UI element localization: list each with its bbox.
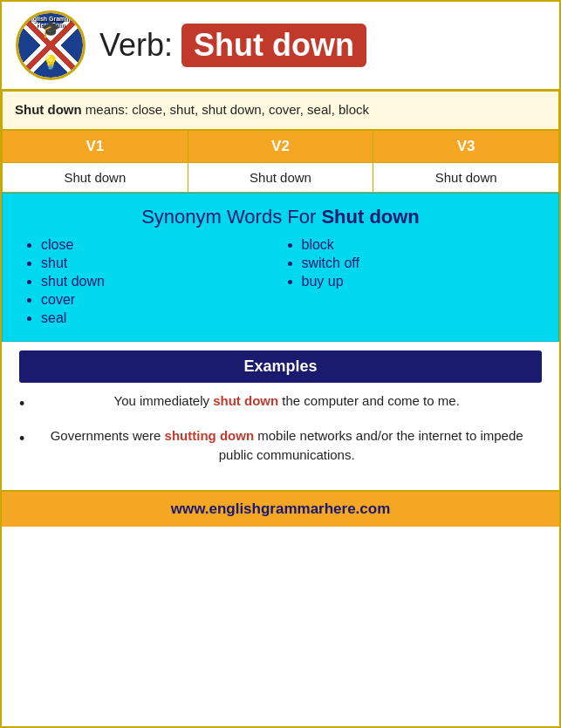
list-item: shut: [41, 255, 281, 271]
table-cell-v2: Shut down: [188, 162, 373, 192]
example-before-1: You immediately: [114, 393, 214, 408]
meaning-word: Shut down: [15, 102, 82, 117]
synonym-title-bold: Shut down: [321, 206, 419, 228]
list-item: buy up: [302, 274, 542, 289]
list-item: switch off: [302, 255, 542, 271]
example-before-2: Governments were: [51, 428, 165, 443]
bullet-icon-1: •: [19, 392, 24, 416]
verb-table: V1 V2 V3 Shut down Shut down Shut down: [2, 130, 559, 193]
table-row: Shut down Shut down Shut down: [3, 162, 559, 192]
list-item: cover: [41, 292, 281, 308]
example-item-2: • Governments were shutting down mobile …: [19, 426, 542, 466]
table-header-v1: V1: [3, 130, 188, 162]
bullet-icon-2: •: [19, 427, 24, 451]
verb-word: Shut down: [181, 24, 366, 67]
synonym-title: Synonym Words For Shut down: [20, 206, 541, 228]
list-item: close: [41, 237, 281, 253]
table-header-v3: V3: [373, 130, 559, 162]
synonym-columns: close shut shut down cover seal block sw…: [20, 237, 541, 329]
header-section: English GrammarHere.Com 🎓 💡 Verb: Shut d…: [2, 2, 559, 91]
synonym-title-plain: Synonym Words For: [141, 206, 321, 228]
synonym-col-1: close shut shut down cover seal: [20, 237, 281, 329]
meaning-section: Shut down means: close, shut, shut down,…: [2, 91, 559, 130]
table-cell-v3: Shut down: [373, 162, 559, 192]
examples-header: Examples: [19, 350, 542, 383]
mortarboard-icon: 🎓: [41, 20, 60, 39]
meaning-text: Shut down means: close, shut, shut down,…: [15, 100, 546, 120]
list-item: shut down: [41, 274, 281, 289]
example-after-1: the computer and come to me.: [278, 393, 460, 408]
synonym-section: Synonym Words For Shut down close shut s…: [2, 193, 559, 342]
verb-label: Verb:: [99, 27, 173, 64]
meaning-rest: means: close, shut, shut down, cover, se…: [82, 102, 369, 117]
logo: English GrammarHere.Com 🎓 💡: [16, 10, 86, 80]
example-text-1: You immediately shut down the computer a…: [31, 391, 542, 412]
example-text-2: Governments were shutting down mobile ne…: [31, 426, 542, 466]
table-header-v2: V2: [188, 130, 373, 162]
list-item: block: [302, 237, 542, 253]
header-title: Verb: Shut down: [99, 24, 366, 67]
example-highlight-2: shutting down: [165, 428, 254, 443]
examples-section: • You immediately shut down the computer…: [2, 383, 559, 490]
footer-url: www.englishgrammarhere.com: [171, 500, 391, 517]
footer: www.englishgrammarhere.com: [2, 490, 559, 527]
synonym-list-2: block switch off buy up: [281, 237, 542, 289]
example-highlight-1: shut down: [213, 393, 278, 408]
synonym-col-2: block switch off buy up: [281, 237, 542, 329]
example-after-2: mobile networks and/or the internet to i…: [219, 428, 523, 463]
list-item: seal: [41, 310, 281, 326]
bulb-icon: 💡: [42, 54, 59, 71]
synonym-list-1: close shut shut down cover seal: [20, 237, 281, 326]
example-item-1: • You immediately shut down the computer…: [19, 391, 542, 416]
table-cell-v1: Shut down: [3, 162, 188, 192]
